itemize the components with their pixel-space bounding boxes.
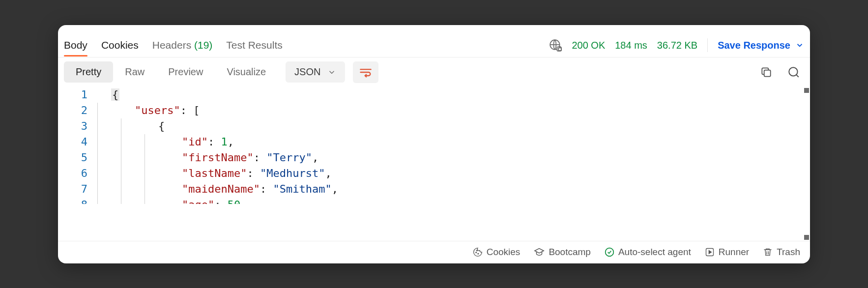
response-tabs: Body Cookies Headers (19) Test Results xyxy=(64,34,283,56)
chevron-down-icon xyxy=(327,68,336,77)
view-mode-selector: Pretty Raw Preview Visualize xyxy=(64,61,278,83)
check-circle-icon xyxy=(605,247,614,257)
line-number: 8 xyxy=(58,197,97,204)
code-line: 7"maidenName": "Smitham", xyxy=(58,181,810,197)
status-bar: 200 OK 184 ms 36.72 KB Save Response xyxy=(549,38,804,52)
line-number: 5 xyxy=(58,150,97,166)
play-square-icon xyxy=(705,247,715,257)
status-footer: Cookies Bootcamp Auto-select agent xyxy=(58,241,810,263)
trash-icon xyxy=(763,247,773,257)
code-line: 3{ xyxy=(58,118,810,134)
footer-cookies-label: Cookies xyxy=(487,247,521,258)
footer-auto-agent-label: Auto-select agent xyxy=(618,247,691,258)
cookie-icon xyxy=(473,247,483,257)
code-line: 2"users": [ xyxy=(58,103,810,118)
response-tabs-row: Body Cookies Headers (19) Test Results 2… xyxy=(58,34,810,58)
svg-point-7 xyxy=(476,250,477,251)
svg-point-5 xyxy=(476,252,477,253)
response-body-viewer[interactable]: 1{2"users": [3{4"id": 1,5"firstName": "T… xyxy=(58,87,810,241)
code-line: 4"id": 1, xyxy=(58,134,810,150)
code-content: "age": 50, xyxy=(97,197,810,204)
footer-cookies[interactable]: Cookies xyxy=(473,247,521,258)
status-code: 200 OK xyxy=(572,40,605,51)
footer-trash[interactable]: Trash xyxy=(763,247,800,258)
tab-headers-label: Headers xyxy=(152,39,191,51)
wrap-lines-button[interactable] xyxy=(353,61,378,83)
footer-runner-label: Runner xyxy=(719,247,749,258)
tab-headers-count: (19) xyxy=(194,39,212,51)
view-pretty[interactable]: Pretty xyxy=(64,61,113,83)
graduation-cap-icon xyxy=(534,247,545,258)
code-content: "firstName": "Terry", xyxy=(97,150,810,166)
line-number: 2 xyxy=(58,103,97,118)
status-size: 36.72 KB xyxy=(657,40,697,51)
footer-runner[interactable]: Runner xyxy=(705,247,749,258)
search-icon[interactable] xyxy=(787,66,800,79)
network-globe-icon[interactable] xyxy=(549,39,562,52)
line-number: 7 xyxy=(58,181,97,197)
tab-body[interactable]: Body xyxy=(64,34,87,56)
code-line: 1{ xyxy=(58,87,810,103)
toolbar-right xyxy=(760,66,804,79)
window-titlebar xyxy=(58,25,810,34)
footer-auto-agent[interactable]: Auto-select agent xyxy=(605,247,691,258)
code-content: "id": 1, xyxy=(97,134,810,150)
response-panel: Body Cookies Headers (19) Test Results 2… xyxy=(58,25,810,263)
body-toolbar: Pretty Raw Preview Visualize JSON xyxy=(58,58,810,87)
chevron-down-icon xyxy=(795,41,804,50)
code-line: 6"lastName": "Medhurst", xyxy=(58,166,810,181)
tab-headers[interactable]: Headers (19) xyxy=(152,34,213,56)
code-line: 8"age": 50, xyxy=(58,197,810,204)
footer-bootcamp-label: Bootcamp xyxy=(549,247,591,258)
svg-rect-3 xyxy=(764,70,771,76)
divider xyxy=(707,38,708,52)
scrollbar-mark xyxy=(804,235,809,240)
tab-cookies[interactable]: Cookies xyxy=(101,34,139,56)
code-content: { xyxy=(97,118,810,134)
status-time: 184 ms xyxy=(615,40,647,51)
tab-test-results[interactable]: Test Results xyxy=(226,34,282,56)
line-number: 1 xyxy=(58,87,97,103)
line-number: 6 xyxy=(58,166,97,181)
footer-bootcamp[interactable]: Bootcamp xyxy=(534,247,591,258)
code-content: "maidenName": "Smitham", xyxy=(97,181,810,197)
code-content: "users": [ xyxy=(97,103,810,118)
footer-trash-label: Trash xyxy=(777,247,800,258)
code-content: { xyxy=(97,87,810,103)
svg-point-6 xyxy=(478,254,479,255)
format-label: JSON xyxy=(294,66,320,78)
view-preview[interactable]: Preview xyxy=(156,61,215,83)
code-content: "lastName": "Medhurst", xyxy=(97,166,810,181)
save-response-button[interactable]: Save Response xyxy=(718,40,804,51)
format-dropdown[interactable]: JSON xyxy=(286,61,345,83)
line-number: 3 xyxy=(58,118,97,134)
line-number: 4 xyxy=(58,134,97,150)
svg-point-4 xyxy=(789,67,797,76)
view-raw[interactable]: Raw xyxy=(113,61,156,83)
copy-icon[interactable] xyxy=(760,66,773,79)
code-line: 5"firstName": "Terry", xyxy=(58,150,810,166)
save-response-label: Save Response xyxy=(718,40,790,51)
view-visualize[interactable]: Visualize xyxy=(215,61,278,83)
svg-point-8 xyxy=(606,248,614,257)
